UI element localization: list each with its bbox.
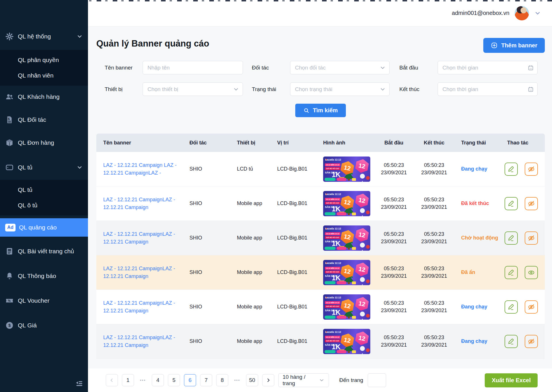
edit-button[interactable]: [505, 163, 518, 176]
page-button[interactable]: 1: [122, 374, 134, 386]
article-icon: [5, 247, 14, 256]
rows-per-page-select[interactable]: 10 hàng / trang: [278, 373, 329, 387]
submenu-he-thong: QL phân quyền QL nhân viên: [0, 50, 88, 86]
hide-eye-off-button[interactable]: [525, 231, 538, 245]
add-banner-button[interactable]: Thêm banner: [483, 38, 545, 53]
collapse-sidebar-icon[interactable]: [74, 378, 83, 387]
filter-end-label: Kết thúc: [390, 86, 438, 92]
device-select[interactable]: Chọn thiết bị: [143, 82, 243, 96]
start-date-picker[interactable]: Chọn thời gian: [438, 61, 538, 74]
status-badge: Chờ hoạt động: [454, 235, 500, 241]
sidebar-item-doi-tac[interactable]: $ QL Đối tác: [0, 112, 88, 128]
svg-text:%: %: [8, 299, 11, 302]
banner-name-link[interactable]: LAZ - 12.12.21 CampaignLAZ - 12.12.21 Ca…: [103, 230, 183, 245]
export-excel-button[interactable]: Xuất file Excel: [485, 373, 538, 387]
end-date-picker[interactable]: Chọn thời gian: [438, 82, 538, 96]
table-row: LAZ - 12.12.21 Campaign LAZ - 12.12.21 C…: [96, 152, 545, 186]
sidebar-item-ql-tu[interactable]: QL tủ: [0, 182, 88, 198]
table-row: LAZ - 12.12.21 CampaignLAZ - 12.12.21 Ca…: [96, 255, 545, 290]
edit-button[interactable]: [505, 197, 518, 210]
page-button[interactable]: 4: [152, 374, 164, 386]
page-title: Quản lý Banner quảng cáo: [96, 38, 209, 49]
hide-eye-off-button[interactable]: [525, 335, 538, 348]
ellipsis: •••: [232, 378, 242, 383]
edit-button[interactable]: [505, 335, 518, 348]
sidebar-item-nhan-vien[interactable]: QL nhân viên: [0, 68, 88, 83]
goto-page-input[interactable]: [368, 373, 386, 387]
banner-name-input[interactable]: [143, 61, 243, 74]
svg-text:$: $: [8, 323, 11, 328]
hide-eye-off-button[interactable]: [525, 163, 538, 176]
status-badge: Đang chạy: [454, 304, 500, 310]
search-button[interactable]: Tìm kiếm: [295, 104, 346, 117]
sidebar-item-tu[interactable]: QL tủ: [0, 160, 88, 175]
filter-device-label: Thiết bị: [105, 86, 143, 92]
user-email: admin001@onebox.vn: [452, 10, 509, 16]
top-header: admin001@onebox.vn: [88, 0, 552, 26]
status-badge: Đã kết thúc: [454, 200, 500, 206]
filter-name-label: Tên banner: [105, 65, 143, 71]
banner-name-link[interactable]: LAZ - 12.12.21 CampaignLAZ - 12.12.21 Ca…: [103, 196, 183, 211]
banner-thumbnail: 12 12 ♥Lazada 12.12 12.12 ĐẾN 14.12 GIÁ …: [323, 191, 370, 216]
sidebar-item-gia[interactable]: $ QL Giá: [0, 318, 88, 333]
calendar-icon: [528, 86, 534, 92]
banner-thumbnail: 12 12 ♥Lazada 12.12 12.12 ĐẾN 14.12 GIÁ …: [323, 157, 370, 182]
page-button[interactable]: 5: [168, 374, 180, 386]
banner-thumbnail: 12 12 ♥Lazada 12.12 12.12 ĐẾN 14.12 GIÁ …: [323, 260, 370, 285]
dollar-circle-icon: $: [5, 321, 14, 330]
chevron-down-icon: [379, 65, 386, 71]
status-select[interactable]: Chọn trạng thái: [290, 82, 390, 96]
bell-icon: [5, 272, 14, 280]
users-icon: [5, 92, 14, 101]
edit-button[interactable]: [505, 300, 518, 314]
filter-status-label: Trạng thái: [243, 86, 290, 92]
sidebar-item-khach-hang[interactable]: QL Khách hàng: [0, 89, 88, 105]
filter-start-label: Bắt đầu: [390, 65, 438, 71]
page-button[interactable]: 7: [200, 374, 212, 386]
sidebar-item-he-thong[interactable]: QL hệ thống: [0, 29, 88, 44]
calendar-icon: [528, 65, 534, 71]
user-menu[interactable]: admin001@onebox.vn: [452, 6, 541, 20]
banner-name-link[interactable]: LAZ - 12.12.21 CampaignLAZ - 12.12.21 Ca…: [103, 265, 183, 280]
show-eye-button[interactable]: [525, 266, 538, 279]
table-row: LAZ - 12.12.21 CampaignLAZ - 12.12.21 Ca…: [96, 186, 545, 221]
sidebar-item-quang-cao[interactable]: Ad QL quảng cáo: [0, 218, 88, 237]
content: Quản lý Banner quảng cáo Thêm banner Tên…: [88, 26, 552, 392]
page-button-active[interactable]: 6: [184, 374, 196, 386]
filter-panel: Tên banner Đối tác Chọn đối tác Bắt đầu …: [105, 61, 545, 96]
goto-page-label: Đến trang: [339, 377, 363, 383]
table-row: LAZ - 12.12.21 CampaignLAZ - 12.12.21 Ca…: [96, 221, 545, 255]
hide-eye-off-button[interactable]: [525, 300, 538, 314]
ellipsis: •••: [138, 378, 148, 383]
banner-name-link[interactable]: LAZ - 12.12.21 CampaignLAZ - 12.12.21 Ca…: [103, 334, 183, 349]
sidebar-item-phan-quyen[interactable]: QL phân quyền: [0, 52, 88, 68]
sidebar-item-thong-bao[interactable]: QL Thông báo: [0, 268, 88, 284]
ad-icon: Ad: [5, 224, 16, 231]
edit-button[interactable]: [505, 231, 518, 245]
plus-square-icon: [491, 42, 498, 49]
pagination-bar: 1 ••• 4 5 6 7 8 ••• 50 10 hàng / trang Đ…: [88, 368, 552, 392]
sidebar-item-ql-o-tu[interactable]: QL ô tủ: [0, 198, 88, 213]
chevron-down-icon: [76, 33, 83, 40]
banner-thumbnail: 12 12 ♥Lazada 12.12 12.12 ĐẾN 14.12 GIÁ …: [323, 225, 370, 251]
chevron-down-icon: [379, 86, 386, 92]
banner-table: Tên banner Đối tác Thiết bị Vị trí Hình …: [96, 134, 545, 359]
avatar: [515, 6, 529, 20]
sidebar-item-label: QL hệ thống: [18, 33, 51, 40]
chevron-down-icon: [534, 10, 541, 17]
partner-select[interactable]: Chọn đối tác: [290, 61, 390, 74]
banner-name-link[interactable]: LAZ - 12.12.21 CampaignLAZ - 12.12.21 Ca…: [103, 299, 183, 314]
prev-page-button[interactable]: [106, 374, 118, 386]
next-page-button[interactable]: [262, 374, 274, 386]
chevron-down-icon: [76, 164, 83, 171]
sidebar-item-bai-viet[interactable]: QL Bài viết trang chủ: [0, 244, 88, 259]
hide-eye-off-button[interactable]: [525, 197, 538, 210]
page-button[interactable]: 50: [246, 374, 258, 386]
edit-button[interactable]: [505, 266, 518, 279]
sidebar-item-voucher[interactable]: % QL Voucher: [0, 293, 88, 308]
page-button[interactable]: 8: [216, 374, 228, 386]
table-row: LAZ - 12.12.21 CampaignLAZ - 12.12.21 Ca…: [96, 290, 545, 324]
banner-name-link[interactable]: LAZ - 12.12.21 Campaign LAZ - 12.12.21 C…: [103, 161, 183, 176]
sidebar-item-don-hang[interactable]: QL Đơn hàng: [0, 135, 88, 150]
submenu-tu: QL tủ QL ô tủ: [0, 180, 88, 215]
